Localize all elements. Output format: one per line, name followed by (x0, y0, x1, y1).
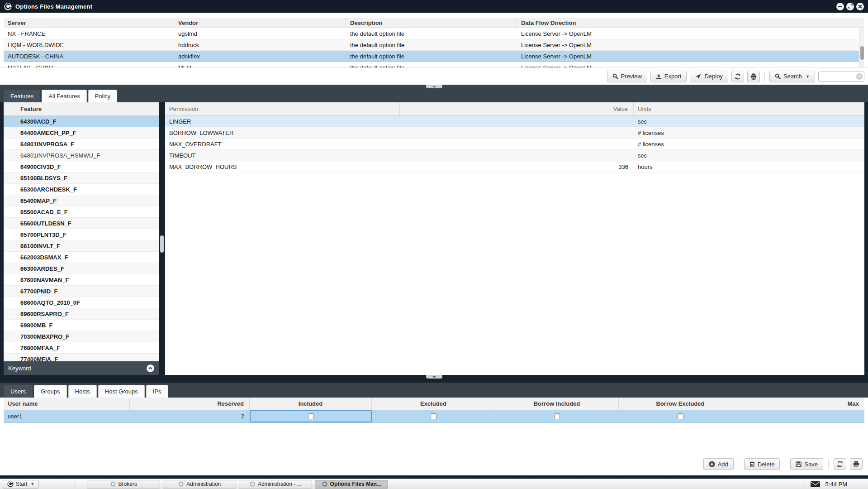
keyword-collapse-button[interactable] (147, 364, 154, 372)
server-row-selected[interactable]: AUTODESK - CHINA adskflex the default op… (4, 51, 864, 62)
refresh-button[interactable] (731, 71, 744, 82)
task-button-administration-2[interactable]: Administration - ... (239, 480, 312, 489)
delete-label: Delete (758, 461, 775, 468)
permission-row-selected[interactable]: LINGER sec (165, 116, 864, 127)
column-header-value[interactable]: Value (400, 102, 634, 115)
feature-row[interactable]: 69800MB_F (4, 320, 159, 331)
borrow-included-checkbox[interactable] (554, 413, 560, 419)
restriction-tabs: Users Groups Hosts Host Groups IPs (4, 385, 168, 398)
permission-row[interactable]: MAX_BORROW_HOURS 336 hours (165, 161, 864, 173)
feature-row[interactable]: 70300MBXPRO_F (4, 331, 159, 342)
column-header-units[interactable]: Units (634, 102, 864, 115)
feature-row-selected[interactable]: 64300ACD_F (4, 116, 159, 127)
server-row-clipped[interactable]: MATLAB - CHINA MLM the default option fi… (4, 62, 864, 67)
preview-label: Preview (621, 73, 642, 80)
feature-row[interactable]: 68600AQTO_2010_0F (4, 297, 159, 308)
feature-row[interactable]: 64801INVPROSA_HSMWU_F (4, 150, 159, 161)
print-button[interactable] (747, 71, 760, 82)
server-name: AUTODESK - CHINA (4, 51, 174, 62)
column-header-server[interactable]: Server (4, 18, 174, 28)
user-row-selected[interactable]: user1 2 (4, 410, 864, 423)
feature-row[interactable]: 65500ACAD_E_F (4, 206, 159, 218)
server-row[interactable]: HQM - WORLDWIDE hddruck the default opti… (4, 39, 864, 51)
borrow-included-cell[interactable] (495, 410, 619, 422)
feature-gutter (4, 252, 16, 263)
permission-row[interactable]: MAX_OVERDRAFT # licenses (165, 139, 864, 150)
feature-row[interactable]: 66300ARDES_F (4, 263, 159, 274)
minimize-button[interactable] (836, 3, 844, 10)
refresh-button[interactable] (834, 458, 846, 470)
tab-features[interactable]: Features (4, 90, 40, 102)
feature-row[interactable]: 64400AMECH_PP_F (4, 127, 159, 139)
maximize-button[interactable] (846, 3, 854, 10)
feature-row[interactable]: 64801INVPROSA_F (4, 139, 159, 150)
print-button[interactable] (850, 458, 863, 470)
feature-row[interactable]: 67600NAVMAN_F (4, 274, 159, 286)
feature-row[interactable]: 66100INVLT_F (4, 240, 159, 252)
borrow-excluded-checkbox[interactable] (678, 413, 683, 419)
column-header-permission[interactable]: Permission (165, 102, 400, 115)
tab-ips[interactable]: IPs (146, 385, 168, 398)
restriction-tabs-band: Users Groups Hosts Host Groups IPs (0, 383, 868, 398)
vertical-splitter-grip[interactable] (160, 235, 164, 253)
tab-all-features[interactable]: All Features (42, 90, 86, 102)
search-menu-button[interactable]: Search ▼ (769, 71, 815, 82)
feature-name: 64300ACD_F (16, 116, 159, 127)
server-row[interactable]: NX - FRANCE ugslmd the default option fi… (4, 28, 864, 39)
permission-row[interactable]: BORROW_LOWWATER # licenses (165, 127, 864, 139)
servers-section: Server Vendor Description Data Flow Dire… (0, 13, 868, 67)
feature-row[interactable]: 67700PNID_F (4, 286, 159, 297)
task-button-brokers[interactable]: Brokers (87, 480, 160, 489)
delete-button[interactable]: Delete (744, 458, 780, 470)
column-header-feature[interactable]: Feature (16, 102, 159, 115)
feature-row[interactable]: 69600RSAPRO_F (4, 308, 159, 320)
included-checkbox[interactable] (308, 413, 314, 419)
feature-row[interactable]: 64900CIV3D_F (4, 161, 159, 173)
export-button[interactable]: Export (650, 71, 687, 82)
feature-row[interactable]: 65600UTLDESN_F (4, 218, 159, 229)
column-header-description[interactable]: Description (346, 18, 517, 28)
column-header-included[interactable]: Included (250, 398, 372, 410)
deploy-button[interactable]: Deploy (690, 71, 728, 82)
tab-policy[interactable]: Policy (88, 90, 118, 102)
clear-search-icon[interactable]: ✕ (856, 73, 863, 80)
feature-name: 662003DSMAX_F (16, 252, 159, 263)
included-cell-focused[interactable] (250, 410, 372, 422)
horizontal-splitter-grip[interactable] (426, 375, 442, 379)
column-header-direction[interactable]: Data Flow Direction (517, 18, 864, 28)
clock: 5:44 PM (825, 481, 847, 488)
feature-row[interactable]: 65300ARCHDESK_F (4, 184, 159, 195)
mail-icon[interactable] (811, 481, 820, 487)
tab-hosts[interactable]: Hosts (68, 385, 97, 398)
feature-row[interactable]: 662003DSMAX_F (4, 252, 159, 263)
deploy-label: Deploy (704, 73, 722, 80)
tab-groups[interactable]: Groups (34, 385, 67, 398)
column-header-borrow-included[interactable]: Borrow Included (495, 398, 619, 410)
start-button[interactable]: Start ▼ (3, 480, 39, 489)
permission-row[interactable]: TIMEOUT sec (165, 150, 864, 161)
excluded-cell[interactable] (372, 410, 495, 422)
column-header-user-name[interactable]: User name (4, 398, 130, 410)
tab-host-groups[interactable]: Host Groups (98, 385, 145, 398)
feature-row[interactable]: 65400MAP_F (4, 195, 159, 206)
column-header-excluded[interactable]: Excluded (372, 398, 495, 410)
column-header-reserved[interactable]: Reserved (130, 398, 250, 410)
preview-button[interactable]: Preview (607, 71, 647, 82)
feature-row[interactable]: 77400MFIA_F (4, 354, 159, 361)
servers-scrollbar-thumb[interactable] (860, 46, 864, 60)
feature-row[interactable]: 76800MFAA_F (4, 342, 159, 354)
horizontal-splitter-grip[interactable] (426, 85, 442, 88)
save-button[interactable]: Save (790, 458, 823, 470)
column-header-borrow-excluded[interactable]: Borrow Excluded (619, 398, 742, 410)
column-header-max[interactable]: Max (742, 398, 864, 410)
add-button[interactable]: Add (703, 458, 734, 470)
tab-users[interactable]: Users (4, 385, 33, 398)
feature-row[interactable]: 65700PLNT3D_F (4, 229, 159, 240)
task-button-administration[interactable]: Administration (163, 480, 236, 489)
feature-row[interactable]: 65100BLDSYS_F (4, 173, 159, 184)
column-header-vendor[interactable]: Vendor (174, 18, 346, 28)
task-button-options-files-active[interactable]: Options Files Man... (315, 480, 388, 489)
excluded-checkbox[interactable] (431, 413, 436, 419)
close-button[interactable] (856, 3, 864, 10)
borrow-excluded-cell[interactable] (619, 410, 742, 422)
